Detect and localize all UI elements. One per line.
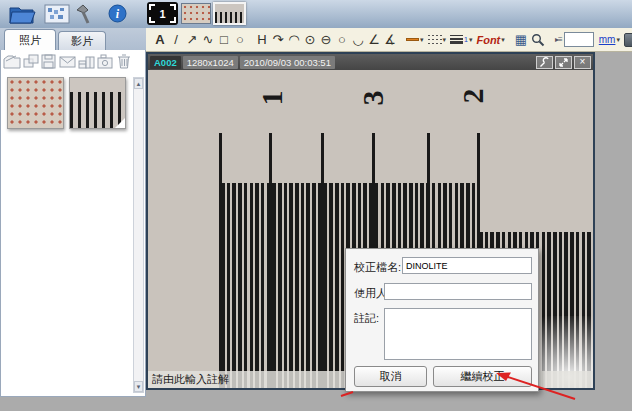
font-label: Font [476,34,500,46]
freehand-tool[interactable]: ∿ [200,30,216,50]
user-label: 使用人 [354,286,387,301]
bracket-corner [149,17,155,23]
folder-edit-icon[interactable] [3,53,21,74]
open-folder-icon[interactable] [8,3,36,29]
tab-photos[interactable]: 照片 [4,29,56,50]
measure-polygon-tool[interactable]: ◠ [286,30,302,50]
chevron-down-icon: ▾ [469,36,473,43]
close-icon: × [580,57,586,67]
ruler-number: 3 [356,91,390,106]
scroll-down-button[interactable]: ▼ [134,381,143,392]
ruler-number: 2 [456,89,490,104]
magnifier-icon [531,33,545,47]
measure-three-point-angle-tool[interactable]: ∡ [382,30,398,50]
line-thickness-button[interactable]: 1 ▾ [448,30,474,50]
annotation-toolbar: A / ↗ ∿ □ ○ H ↷ ◠ ⊙ ⊖ ○ ◡ ∠ ∡ ▾ ▾ 1 ▾ Fo… [146,28,632,52]
thumbnail-dot-sample[interactable] [7,77,64,129]
camera-preview-ruler-selected[interactable] [213,2,246,25]
fullscreen-button[interactable] [555,56,572,69]
bracket-corner [170,17,176,23]
magnifier-button[interactable] [529,30,547,50]
photo-list-panel: ▲ ▼ [0,50,146,397]
calibration-name-input[interactable] [402,257,532,274]
line-thickness-icon [450,35,463,44]
mail-icon[interactable] [59,53,77,74]
photo-copy-icon[interactable] [22,53,40,74]
chevron-down-icon: ▾ [420,36,424,43]
close-image-button[interactable]: × [574,56,591,69]
user-input[interactable] [384,283,532,300]
rectangle-tool[interactable]: □ [216,30,232,50]
measure-continuous-line-tool[interactable]: ↷ [270,30,286,50]
font-button[interactable]: Font ▾ [474,30,506,50]
bracket-corner [170,4,176,10]
save-icon[interactable] [40,53,58,74]
magnification-input[interactable] [564,32,594,47]
measure-line-tool[interactable]: H [254,30,270,50]
cancel-button[interactable]: 取消 [354,366,427,387]
bracket-corner [149,4,155,10]
image-window-header: A002 1280x1024 2010/09/03 00:03:51 × [148,54,593,70]
main-toolbar: i 1 [0,0,632,28]
window-controls: × [536,56,591,69]
export-package-icon[interactable] [78,53,96,74]
tools-hammer-icon[interactable] [74,3,94,29]
notes-textarea[interactable] [384,308,532,360]
unit-button[interactable]: mm ▾ [597,30,622,50]
magnification-spinner[interactable]: ▸≡ [553,30,564,50]
grid-button[interactable]: ▦ [513,30,529,50]
thickness-value: 1 [464,36,468,43]
ruler-number: 1 [255,91,289,106]
tab-photos-label: 照片 [19,33,41,48]
wrench-icon [539,57,550,68]
timestamp-badge: 2010/09/03 00:03:51 [240,56,335,69]
photo-list-scrollbar[interactable]: ▲ ▼ [133,77,144,393]
line-style-button[interactable]: ▾ [426,30,449,50]
line-color-swatch-icon [406,38,419,41]
image-id-badge: A002 [150,56,181,69]
camera-selector[interactable]: 1 [147,2,178,25]
ellipse-tool[interactable]: ○ [232,30,248,50]
measure-three-point-circle-tool[interactable]: ○ [334,30,350,50]
spinner-icon: ▸≡ [555,35,562,44]
measurement-settings-button[interactable]: ▾ [622,30,632,50]
notes-label: 註記: [354,311,379,326]
measure-circle-diameter-tool[interactable]: ⊖ [318,30,334,50]
line-style-icon [428,35,442,44]
image-settings-button[interactable] [536,56,553,69]
scroll-up-button[interactable]: ▲ [134,78,143,89]
calibration-dialog: 校正檔名: 使用人 註記: 取消 繼續校正 [345,248,539,392]
chevron-down-icon: ▾ [443,36,447,43]
measure-angle-tool[interactable]: ∠ [366,30,382,50]
calibration-name-label: 校正檔名: [354,260,401,275]
text-tool[interactable]: A [152,30,168,50]
tab-strip: 照片 影片 [0,28,146,50]
camera-preview-dots[interactable] [181,3,211,24]
chevron-down-icon: ▾ [501,36,505,43]
measure-arc-tool[interactable]: ◡ [350,30,366,50]
tab-videos-label: 影片 [71,34,93,49]
dark-tool-icon [624,33,632,47]
snapshot-icon[interactable] [96,53,114,74]
line-color-button[interactable]: ▾ [404,30,426,50]
tab-videos[interactable]: 影片 [58,31,106,50]
expand-icon [558,57,569,68]
arrow-tool[interactable]: ↗ [184,30,200,50]
line-tool[interactable]: / [168,30,184,50]
trash-icon[interactable] [115,53,133,74]
info-icon[interactable]: i [108,4,127,27]
thumbnail-ruler-selected[interactable] [69,77,126,129]
resolution-badge: 1280x1024 [183,56,238,69]
photo-actions-row [3,52,133,74]
unit-label: mm [599,34,616,45]
capture-image-icon[interactable] [44,4,70,28]
measure-circle-radius-tool[interactable]: ⊙ [302,30,318,50]
continue-calibration-button[interactable]: 繼續校正 [433,366,532,387]
grid-icon: ▦ [515,32,527,47]
annotation-hint: 請由此輸入註解 [152,373,229,385]
chevron-down-icon: ▾ [616,36,620,43]
camera-number: 1 [159,8,165,20]
